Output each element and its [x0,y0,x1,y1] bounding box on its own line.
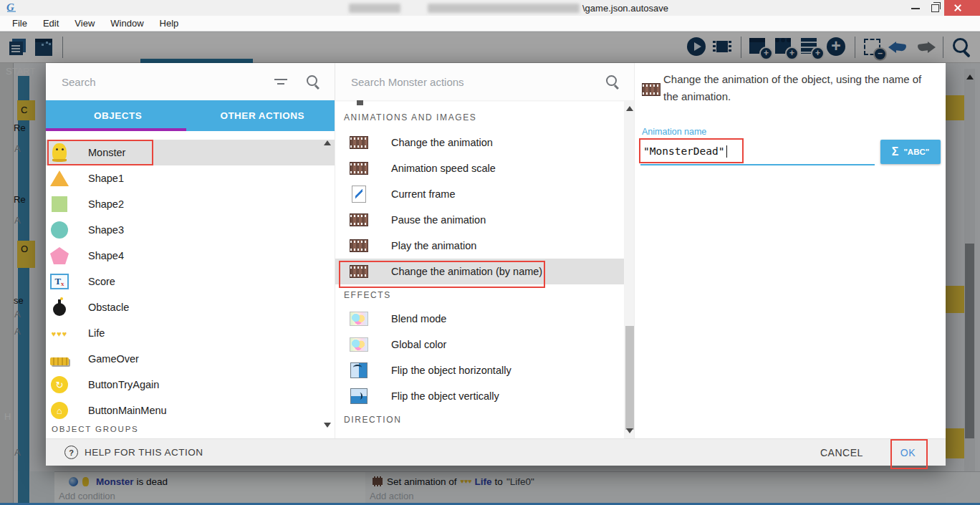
parameters-pane: Change the animation of the object, usin… [634,63,946,438]
frame-icon [352,186,366,203]
film-icon [350,162,368,175]
film-icon [350,213,368,226]
animation-name-label: Animation name [642,127,706,137]
actions-pane: ANIMATIONS AND IMAGES Change the animati… [335,63,634,438]
minimize-icon[interactable] [911,8,920,9]
button-home-icon [51,402,68,419]
film-icon [642,83,660,96]
menu-item[interactable]: Edit [35,18,67,29]
menu-item[interactable]: Window [102,18,151,29]
sigma-icon: Σ [892,145,899,158]
ok-button[interactable]: OK [900,447,916,458]
menu-item[interactable]: Help [152,18,187,29]
object-list-item[interactable]: Life [46,320,335,346]
object-list-item[interactable]: ButtonMainMenu [46,398,335,423]
button-restart-icon [51,376,68,393]
action-list-item[interactable]: Play the animation [335,233,634,259]
actions-search-input[interactable] [350,75,605,89]
gdevelop-logo-icon: G [6,1,14,14]
search-icon[interactable] [306,74,320,89]
flip-h-icon [350,362,368,378]
menu-bar: FileEditViewWindowHelp [0,16,980,32]
object-list-item[interactable]: ButtonTryAgain [46,372,335,398]
triangle-icon [50,170,69,186]
action-list-item[interactable]: ANIMATIONS AND IMAGES [335,105,634,130]
object-list-item[interactable]: Shape1 [46,165,335,191]
menu-item[interactable]: File [4,18,35,29]
action-list-item[interactable]: DIRECTION [335,409,634,431]
text-icon [50,274,69,289]
annotation-box-input [639,138,744,163]
objects-tabs: OBJECTS OTHER ACTIONS [46,100,335,131]
hearts-icon [52,327,68,340]
monster-icon [52,143,67,162]
gdevelop-window: STARTCReAReAOseAAHA Monster is dead Add … [0,0,980,505]
actions-list: ANIMATIONS AND IMAGES Change the animati… [335,100,634,438]
film-icon [350,239,368,252]
square-icon [52,196,67,212]
action-list-item[interactable]: Global color [335,332,634,357]
help-icon[interactable] [64,446,78,459]
cancel-button[interactable]: CANCEL [820,447,863,458]
title-bar: G \game.json.autosave [0,0,980,16]
restore-icon[interactable] [931,4,939,12]
object-list-item[interactable]: Shape2 [46,191,335,217]
object-list-item[interactable]: Shape3 [46,217,335,243]
blend-icon [350,337,368,352]
blend-icon [350,312,368,326]
objects-list: Monster Shape1 Shape2 Shape3 Sha [46,131,335,438]
scroll-down-icon[interactable] [324,423,331,428]
scroll-down-icon[interactable] [626,428,633,433]
film-icon [350,265,368,278]
close-icon[interactable] [944,0,980,16]
object-groups-header: OBJECT GROUPS [46,425,335,433]
object-list-item[interactable]: Obstacle [46,294,335,320]
abc-label: "ABC" [903,148,929,156]
action-list-item[interactable]: Current frame [335,181,634,207]
action-list-item[interactable]: Change the animation (by name) [335,259,634,284]
action-list-item[interactable]: Pause the animation [335,207,634,233]
actions-scrollbar-thumb[interactable] [625,326,634,430]
dialog-footer: HELP FOR THIS ACTION CANCEL OK [46,438,946,466]
action-list-item[interactable]: Flip the object vertically [335,383,634,409]
action-list-item[interactable]: Flip the object horizontally [335,357,634,383]
action-list-item[interactable]: Change the animation [335,130,634,155]
film-icon [350,136,368,149]
action-list-item[interactable]: EFFECTS [335,284,634,306]
filter-icon[interactable] [274,77,287,86]
objects-search-bar [46,63,335,100]
objects-pane: OBJECTS OTHER ACTIONS Monster Shape1 [46,63,335,438]
pentagon-icon [50,247,69,264]
search-icon[interactable] [605,74,620,89]
objects-search-input[interactable] [60,75,269,89]
tab-objects[interactable]: OBJECTS [46,100,191,131]
help-link[interactable]: HELP FOR THIS ACTION [85,447,203,458]
scroll-up-icon[interactable] [324,140,331,145]
object-list-item[interactable]: Monster [46,140,335,165]
gameover-icon [50,357,69,365]
action-list-item[interactable]: Animation speed scale [335,155,634,181]
redacted-title-segment [349,4,400,13]
field-focus-underline [640,164,875,165]
circle-icon [51,221,68,239]
redacted-title-segment [428,4,580,13]
expression-editor-button[interactable]: Σ "ABC" [880,140,941,164]
object-list-item[interactable]: Score [46,269,335,294]
actions-search-bar [335,63,634,100]
action-list-item[interactable]: Blend mode [335,306,634,332]
action-description: Change the animation of the object, usin… [663,71,934,105]
flip-v-icon [350,388,368,404]
object-list-item[interactable]: GameOver [46,346,335,372]
action-editor-dialog: OBJECTS OTHER ACTIONS Monster Shape1 [46,63,946,466]
bomb-icon [53,303,66,316]
clipped-row-fragment [357,100,363,105]
object-list-item[interactable]: Shape4 [46,243,335,269]
scroll-up-icon[interactable] [626,106,633,111]
window-title: \game.json.autosave [582,3,668,14]
tab-other-actions[interactable]: OTHER ACTIONS [191,100,335,131]
menu-item[interactable]: View [67,18,102,29]
